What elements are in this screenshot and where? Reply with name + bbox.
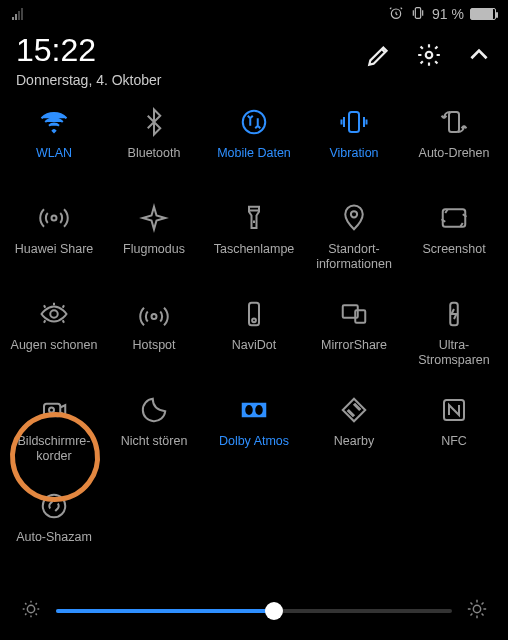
eye-comfort-icon (39, 299, 69, 333)
tile-auto-rotate[interactable]: Auto-Drehen (404, 102, 504, 192)
tile-label: Bluetooth (128, 146, 181, 161)
airplane-icon (139, 203, 169, 237)
svg-point-7 (351, 211, 357, 217)
dnd-icon (139, 395, 169, 429)
navidot-icon (239, 299, 269, 333)
svg-point-20 (255, 405, 263, 415)
tile-hotspot[interactable]: Hotspot (104, 294, 204, 384)
svg-point-22 (43, 495, 66, 518)
tile-mirrorshare[interactable]: MirrorShare (304, 294, 404, 384)
brightness-slider[interactable] (56, 609, 452, 613)
tile-label: Augen schonen (11, 338, 98, 353)
svg-rect-1 (415, 7, 420, 18)
tile-label: Auto-Shazam (16, 530, 92, 545)
bluetooth-icon (139, 107, 169, 141)
tile-label: Ultra-Stromsparen (408, 338, 500, 368)
hotspot-icon (139, 299, 169, 333)
tile-location[interactable]: Standort­informationen (304, 198, 404, 288)
wlan-icon (39, 107, 69, 141)
svg-point-17 (49, 408, 54, 413)
svg-point-6 (52, 216, 57, 221)
tile-vibration[interactable]: Vibration (304, 102, 404, 192)
collapse-button[interactable] (466, 42, 492, 72)
battery-pct: 91 % (432, 6, 464, 22)
mobile-data-icon (239, 107, 269, 141)
svg-point-3 (243, 111, 266, 134)
tile-screen-rec[interactable]: Bildschirmre­korder (4, 390, 104, 480)
tile-auto-shazam[interactable]: Auto-Shazam (4, 486, 104, 576)
huawei-share-icon (39, 203, 69, 237)
tile-dolby[interactable]: Dolby Atmos (204, 390, 304, 480)
clock-date: Donnerstag, 4. Oktober (16, 72, 162, 88)
clock-time: 15:22 (16, 34, 162, 66)
tile-huawei-share[interactable]: Huawei Share (4, 198, 104, 288)
tile-label: Auto-Drehen (419, 146, 490, 161)
tile-label: Mobile Daten (217, 146, 291, 161)
screen-rec-icon (39, 395, 69, 429)
svg-point-10 (152, 314, 157, 319)
tile-screenshot[interactable]: Screenshot (404, 198, 504, 288)
nearby-icon (339, 395, 369, 429)
battery-icon (470, 8, 496, 20)
tile-ultra-power[interactable]: Ultra-Stromsparen (404, 294, 504, 384)
vibrate-icon (410, 5, 426, 24)
svg-point-24 (473, 605, 480, 612)
tile-bluetooth[interactable]: Bluetooth (104, 102, 204, 192)
tile-nfc[interactable]: NFC (404, 390, 504, 480)
settings-button[interactable] (416, 42, 442, 72)
tile-label: NFC (441, 434, 467, 449)
tile-navidot[interactable]: NaviDot (204, 294, 304, 384)
tile-airplane[interactable]: Flugmodus (104, 198, 204, 288)
svg-rect-5 (449, 112, 459, 132)
auto-shazam-icon (39, 491, 69, 525)
svg-point-19 (245, 405, 253, 415)
tile-nearby[interactable]: Nearby (304, 390, 404, 480)
edit-button[interactable] (366, 42, 392, 72)
svg-rect-4 (349, 112, 359, 132)
tile-label: Vibration (329, 146, 378, 161)
signal-icon (12, 8, 23, 20)
tile-label: WLAN (36, 146, 72, 161)
dolby-icon (239, 395, 269, 429)
tile-label: Nicht stören (121, 434, 188, 449)
tile-label: Nearby (334, 434, 374, 449)
brightness-high-icon (466, 598, 488, 624)
ultra-power-icon (439, 299, 469, 333)
tile-mobile-data[interactable]: Mobile Daten (204, 102, 304, 192)
svg-point-2 (426, 52, 433, 59)
tile-dnd[interactable]: Nicht stören (104, 390, 204, 480)
tile-label: Huawei Share (15, 242, 94, 257)
alarm-icon (388, 5, 404, 24)
svg-rect-16 (44, 404, 60, 417)
flashlight-icon (239, 203, 269, 237)
tile-label: Flugmodus (123, 242, 185, 257)
location-icon (339, 203, 369, 237)
svg-point-9 (50, 310, 58, 318)
tile-eye-comfort[interactable]: Augen schonen (4, 294, 104, 384)
auto-rotate-icon (439, 107, 469, 141)
tile-label: Standort­informationen (308, 242, 400, 272)
vibration-icon (339, 107, 369, 141)
mirrorshare-icon (339, 299, 369, 333)
nfc-icon (439, 395, 469, 429)
status-bar: 91 % (0, 0, 508, 24)
tile-flashlight[interactable]: Taschenlampe (204, 198, 304, 288)
panel-header: 15:22 Donnerstag, 4. Oktober (0, 24, 508, 102)
tile-label: Screenshot (422, 242, 485, 257)
brightness-control (0, 598, 508, 624)
svg-point-23 (27, 605, 34, 612)
tile-label: Hotspot (132, 338, 175, 353)
tile-label: Taschenlampe (214, 242, 295, 257)
svg-point-12 (252, 318, 256, 322)
tile-wlan[interactable]: WLAN (4, 102, 104, 192)
tile-label: MirrorShare (321, 338, 387, 353)
screenshot-icon (439, 203, 469, 237)
tile-label: NaviDot (232, 338, 276, 353)
brightness-low-icon (20, 598, 42, 624)
tile-label: Dolby Atmos (219, 434, 289, 449)
tile-label: Bildschirmre­korder (8, 434, 100, 464)
